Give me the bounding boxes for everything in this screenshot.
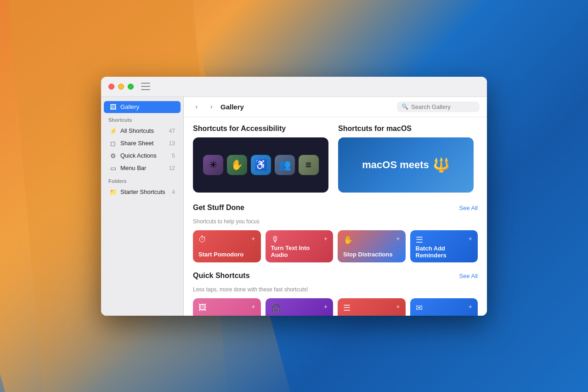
forward-button[interactable]: › — [206, 101, 217, 112]
email-add-icon[interactable]: + — [469, 303, 472, 310]
quick-shortcuts-section: Quick Shortcuts See All Less taps, more … — [193, 272, 478, 316]
app-window: 🖼 Gallery Shortcuts ⚡ All Shortcuts 47 ◻… — [101, 77, 487, 316]
accessibility-icon-4: 👥 — [275, 155, 295, 175]
get-stuff-done-title: Get Stuff Done — [193, 204, 244, 212]
card-distractions-top: ✋ + — [343, 235, 400, 245]
minimize-button[interactable] — [118, 84, 124, 90]
sidebar-all-shortcuts-count: 47 — [169, 128, 175, 134]
maximize-button[interactable] — [128, 84, 134, 90]
pomodoro-label: Start Pomodoro — [198, 251, 255, 258]
card-distractions[interactable]: ✋ + Stop Distractions — [338, 230, 406, 262]
search-icon: 🔍 — [401, 103, 408, 110]
email-icon: ✉ — [416, 303, 423, 313]
sidebar-starter-shortcuts-count: 4 — [172, 189, 175, 195]
card-pomodoro[interactable]: ⏱ + Start Pomodoro — [193, 230, 261, 262]
card-audio[interactable]: 🎙 + Turn Text Into Audio — [266, 230, 334, 262]
card-npr[interactable]: 🎧 + NPR News Now — [266, 298, 334, 316]
card-markup-top: 🖼 + — [198, 303, 255, 312]
sidebar-share-sheet-count: 13 — [169, 140, 175, 147]
macos-title: Shortcuts for macOS — [338, 125, 478, 133]
sidebar-all-shortcuts-label: All Shortcuts — [120, 127, 165, 134]
quick-actions-icon: ⚙ — [109, 152, 117, 159]
markup-add-icon[interactable]: + — [251, 303, 255, 310]
distractions-label: Stop Distractions — [343, 251, 400, 258]
audio-label: Turn Text Into Audio — [271, 244, 328, 258]
pomodoro-icon: ⏱ — [198, 235, 207, 244]
quick-shortcuts-cards: 🖼 + Markup and Send 🎧 + NPR News Now — [193, 298, 478, 316]
folders-section-label: Folders — [101, 175, 183, 186]
accessibility-icon-5: ≡ — [299, 155, 319, 175]
audio-add-icon[interactable]: + — [324, 235, 328, 242]
all-shortcuts-icon: ⚡ — [109, 127, 117, 135]
get-stuff-done-section: Get Stuff Done See All Shortcuts to help… — [193, 204, 478, 262]
macos-banner[interactable]: macOS meets 🔱 — [338, 137, 474, 193]
close-button[interactable] — [108, 84, 114, 90]
card-reminders-top: ☰ + — [416, 235, 473, 245]
get-stuff-done-cards: ⏱ + Start Pomodoro 🎙 + Turn Text Into Au… — [193, 230, 478, 262]
accessibility-section: Shortcuts for Accessibility ✳ ✋ ♿ 👥 ≡ — [193, 125, 333, 193]
markup-icon: 🖼 — [198, 303, 207, 312]
get-stuff-done-header-row: Get Stuff Done See All — [193, 204, 478, 216]
card-email[interactable]: ✉ + Email Myself — [410, 298, 478, 316]
quick-shortcuts-title: Quick Shortcuts — [193, 272, 250, 280]
share-sheet-icon: ◻ — [109, 140, 117, 147]
content-header: ‹ › Gallery 🔍 — [184, 97, 487, 117]
sidebar-item-all-shortcuts[interactable]: ⚡ All Shortcuts 47 — [104, 125, 181, 137]
card-playlist[interactable]: ☰ + Play Playlist — [338, 298, 406, 316]
sidebar-share-sheet-label: Share Sheet — [120, 140, 165, 147]
back-button[interactable]: ‹ — [191, 101, 202, 112]
get-stuff-done-subtitle: Shortcuts to help you focus — [193, 218, 478, 225]
playlist-icon: ☰ — [343, 303, 351, 313]
content-area: ‹ › Gallery 🔍 Shortcuts for Accessibilit… — [184, 97, 487, 316]
sidebar-item-gallery[interactable]: 🖼 Gallery — [104, 101, 181, 113]
accessibility-banner[interactable]: ✳ ✋ ♿ 👥 ≡ — [193, 137, 328, 193]
sidebar-menu-bar-count: 12 — [169, 165, 175, 171]
card-markup[interactable]: 🖼 + Markup and Send — [193, 298, 261, 316]
traffic-lights — [108, 84, 134, 90]
accessibility-title: Shortcuts for Accessibility — [193, 125, 333, 133]
sidebar-item-quick-actions[interactable]: ⚙ Quick Actions 5 — [104, 150, 181, 162]
accessibility-icon-1: ✳ — [203, 155, 223, 175]
macos-banner-text: macOS meets — [362, 159, 429, 171]
starter-shortcuts-icon: 📁 — [109, 188, 117, 196]
sidebar-quick-actions-label: Quick Actions — [120, 152, 168, 159]
search-input[interactable] — [411, 103, 475, 110]
gallery-content: Shortcuts for Accessibility ✳ ✋ ♿ 👥 ≡ — [184, 117, 487, 316]
sidebar-item-menu-bar[interactable]: ▭ Menu Bar 12 — [104, 162, 181, 174]
card-npr-top: 🎧 + — [271, 303, 328, 313]
sidebar-menu-bar-label: Menu Bar — [120, 165, 165, 171]
reminders-label: Batch Add Reminders — [416, 245, 473, 259]
titlebar — [101, 77, 487, 97]
quick-shortcuts-header-row: Quick Shortcuts See All — [193, 272, 478, 284]
card-audio-top: 🎙 + — [271, 235, 328, 244]
macos-section: Shortcuts for macOS macOS meets 🔱 — [338, 125, 478, 193]
sidebar-quick-actions-count: 5 — [172, 153, 175, 159]
quick-shortcuts-see-all[interactable]: See All — [459, 273, 478, 279]
reminders-add-icon[interactable]: + — [469, 235, 472, 242]
sidebar-toggle-button[interactable] — [141, 83, 150, 90]
card-pomodoro-top: ⏱ + — [198, 235, 255, 244]
shortcuts-app-icon: 🔱 — [433, 157, 450, 173]
pomodoro-add-icon[interactable]: + — [251, 235, 255, 242]
accessibility-icon-3: ♿ — [251, 155, 271, 175]
search-bar[interactable]: 🔍 — [397, 102, 480, 112]
npr-add-icon[interactable]: + — [324, 303, 328, 310]
quick-shortcuts-subtitle: Less taps, more done with these fast sho… — [193, 286, 478, 293]
sidebar-gallery-label: Gallery — [120, 103, 175, 110]
main-layout: 🖼 Gallery Shortcuts ⚡ All Shortcuts 47 ◻… — [101, 97, 487, 316]
gallery-icon: 🖼 — [109, 103, 117, 111]
card-email-top: ✉ + — [416, 303, 473, 313]
distractions-icon: ✋ — [343, 235, 353, 245]
card-reminders[interactable]: ☰ + Batch Add Reminders — [410, 230, 478, 262]
distractions-add-icon[interactable]: + — [396, 235, 400, 242]
page-title: Gallery — [220, 103, 393, 111]
sidebar: 🖼 Gallery Shortcuts ⚡ All Shortcuts 47 ◻… — [101, 97, 184, 316]
npr-icon: 🎧 — [271, 303, 281, 313]
shortcuts-section-label: Shortcuts — [101, 114, 183, 125]
sidebar-item-share-sheet[interactable]: ◻ Share Sheet 13 — [104, 137, 181, 149]
menu-bar-icon: ▭ — [109, 165, 117, 172]
reminders-icon: ☰ — [416, 235, 423, 245]
get-stuff-done-see-all[interactable]: See All — [459, 205, 478, 211]
playlist-add-icon[interactable]: + — [396, 303, 400, 310]
sidebar-item-starter-shortcuts[interactable]: 📁 Starter Shortcuts 4 — [104, 186, 181, 198]
